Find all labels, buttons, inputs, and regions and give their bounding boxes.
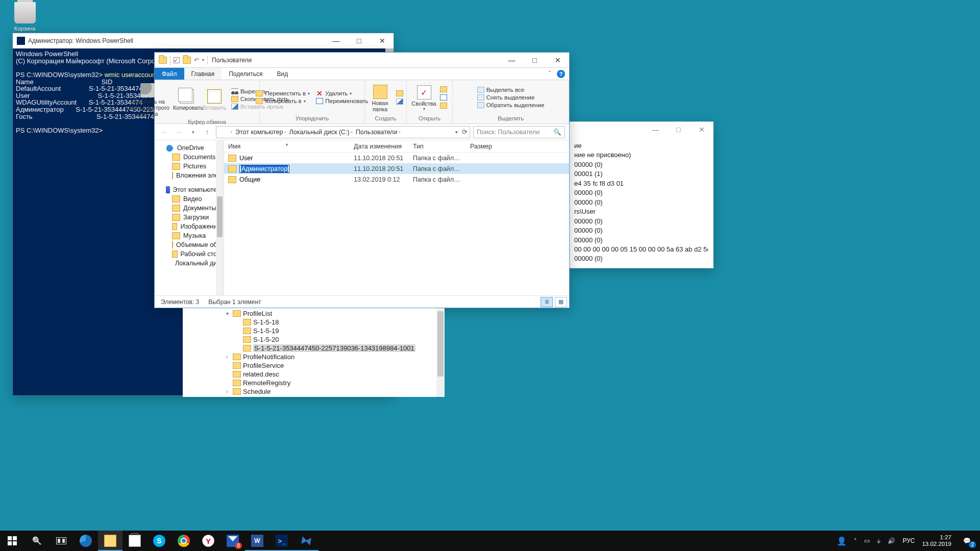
search-button[interactable]	[24, 531, 49, 551]
nav-recent-button[interactable]: ▾	[187, 127, 199, 138]
nav-local-disk[interactable]: Локальный дис▾	[155, 259, 224, 268]
reg-val[interactable]: 00000 (0)	[574, 226, 708, 235]
select-invert-button[interactable]: Обратить выделение	[476, 102, 546, 109]
select-all-button[interactable]: Выделить все	[476, 86, 546, 93]
maximize-button[interactable]: □	[523, 53, 546, 68]
address-dropdown-icon[interactable]: ▾	[455, 130, 458, 135]
close-button[interactable]: ✕	[371, 33, 394, 48]
new-folder-button[interactable]: Новая папка	[366, 83, 394, 112]
tab-view[interactable]: Вид	[270, 68, 295, 80]
taskbar-powershell[interactable]: >_	[270, 531, 294, 551]
battery-icon[interactable]: ▭	[864, 537, 870, 544]
delete-button[interactable]: Удалить▾	[315, 90, 369, 97]
reg-val[interactable]: rs\User	[574, 207, 708, 216]
edit-icon[interactable]	[440, 94, 447, 101]
nav-docs[interactable]: Документы	[155, 204, 224, 213]
explorer-titlebar[interactable]: ✓ ↶ ▾ Пользователи — □ ✕	[155, 53, 569, 68]
breadcrumb[interactable]: ›	[228, 130, 234, 135]
tree-node-selected[interactable]: S-1-5-21-3534447450-2257139036-134319898…	[183, 344, 436, 353]
paste-button[interactable]: Вставить	[201, 87, 228, 111]
navigation-pane[interactable]: OneDrive Documents Pictures Вложения эле…	[155, 140, 224, 295]
reg-val[interactable]: 00000 (0)	[574, 198, 708, 207]
copy-button[interactable]: Копировать	[173, 87, 201, 111]
minimize-button[interactable]: —	[644, 122, 667, 137]
reg-val[interactable]: 00000 (0)	[574, 236, 708, 245]
properties-button[interactable]: Свойства▾	[410, 83, 438, 111]
nav-video[interactable]: Видео	[155, 194, 224, 204]
qat-properties-icon[interactable]: ✓	[174, 57, 180, 63]
nav-volumes[interactable]: Объемные объ	[155, 240, 224, 249]
open-icon[interactable]	[440, 86, 447, 92]
ribbon-collapse-icon[interactable]: ˆ	[549, 70, 551, 78]
taskbar-word[interactable]: W	[245, 531, 270, 551]
breadcrumb[interactable]: Локальный диск (C:)›	[287, 129, 354, 136]
reg-val[interactable]: 00 00 00 00 00 05 15 00 00 00 5a 63 ab d…	[574, 245, 708, 254]
rename-input[interactable]: Администратор	[239, 165, 289, 173]
nav-this-pc[interactable]: Этот компьютер	[155, 185, 224, 194]
reg-val[interactable]: 00000 (0)	[574, 188, 708, 197]
taskbar-edge[interactable]	[74, 531, 98, 551]
tree-node[interactable]: related.desc	[183, 370, 436, 379]
column-type[interactable]: Тип	[409, 143, 466, 150]
nav-forward-button[interactable]: →	[173, 127, 184, 138]
nav-images[interactable]: Изображения	[155, 222, 224, 231]
taskbar-explorer[interactable]	[98, 531, 122, 551]
reg-val[interactable]: 00001 (1)	[574, 169, 708, 179]
nav-attachments[interactable]: Вложения элект	[155, 171, 224, 180]
nav-downloads[interactable]: Загрузки	[155, 213, 224, 222]
maximize-button[interactable]: □	[667, 122, 690, 137]
volume-icon[interactable]: 🔊	[888, 537, 895, 544]
breadcrumb[interactable]: Этот компьютер›	[234, 129, 287, 136]
tree-node[interactable]: S-1-5-20	[183, 335, 436, 344]
easy-access-icon[interactable]	[396, 98, 403, 105]
move-to-button[interactable]: Переместить в▾	[255, 90, 311, 97]
clock[interactable]: 1:27 13.02.2019	[922, 534, 951, 547]
column-name[interactable]: Имя▴	[224, 143, 350, 150]
taskbar-yandex[interactable]: Y	[196, 531, 220, 551]
column-size[interactable]: Размер	[466, 143, 569, 150]
wifi-icon[interactable]: ⏚	[877, 537, 880, 544]
nav-desktop[interactable]: Рабочий стол	[155, 249, 224, 259]
action-center-button[interactable]: 💬2	[959, 533, 975, 549]
refresh-icon[interactable]: ⟳	[462, 128, 468, 136]
task-view-button[interactable]	[49, 531, 74, 551]
nav-pictures[interactable]: Pictures	[155, 162, 224, 171]
reg-val[interactable]: 00000 (0)	[574, 160, 708, 169]
nav-onedrive[interactable]: OneDrive	[155, 143, 224, 153]
recycle-bin[interactable]: Корзина	[7, 2, 43, 32]
help-icon[interactable]: ?	[557, 70, 565, 78]
tab-share[interactable]: Поделиться	[222, 68, 270, 80]
taskbar-mail[interactable]: 8	[220, 531, 245, 551]
tab-home[interactable]: Главная	[184, 68, 222, 80]
search-input[interactable]: Поиск: Пользователи 🔍	[473, 126, 565, 138]
history-icon[interactable]	[440, 103, 447, 109]
column-date[interactable]: Дата изменения	[350, 143, 409, 150]
view-details-button[interactable]: ≣	[541, 297, 553, 307]
nav-back-button[interactable]: ←	[159, 127, 170, 138]
minimize-button[interactable]: —	[325, 33, 348, 48]
reg-val[interactable]: e4 35 fc f8 d3 01	[574, 179, 708, 188]
tray-overflow-icon[interactable]: ˄	[854, 538, 857, 544]
close-button[interactable]: ✕	[546, 53, 569, 68]
scrollbar-thumb[interactable]	[217, 196, 223, 237]
tree-node[interactable]: S-1-5-18	[183, 318, 436, 327]
people-icon[interactable]	[837, 536, 847, 546]
tree-node[interactable]: ›Schedule	[183, 387, 436, 396]
powershell-titlebar[interactable]: Администратор: Windows PowerShell — □ ✕	[13, 33, 394, 48]
copy-to-button[interactable]: Копировать в▾	[255, 97, 311, 105]
reg-val[interactable]: ние не присвоено)	[574, 151, 708, 160]
regedit-titlebar[interactable]: — □ ✕	[569, 122, 713, 137]
tree-scrollbar[interactable]	[436, 308, 445, 397]
view-icons-button[interactable]: ▦	[555, 297, 567, 307]
qat-customize-icon[interactable]: ▾	[202, 58, 204, 62]
qat-undo-icon[interactable]: ↶	[194, 57, 199, 64]
qat-newfolder-icon[interactable]	[183, 57, 191, 64]
reg-val[interactable]: 00000 (0)	[574, 254, 708, 263]
start-button[interactable]	[0, 531, 24, 551]
tree-node[interactable]: S-1-5-19	[183, 327, 436, 335]
minimize-button[interactable]: —	[500, 53, 523, 68]
tab-file[interactable]: Файл	[155, 68, 184, 80]
reg-val[interactable]: 00000 (0)	[574, 217, 708, 226]
nav-music[interactable]: Музыка	[155, 231, 224, 240]
tree-node[interactable]: ▾ProfileList	[183, 309, 436, 318]
